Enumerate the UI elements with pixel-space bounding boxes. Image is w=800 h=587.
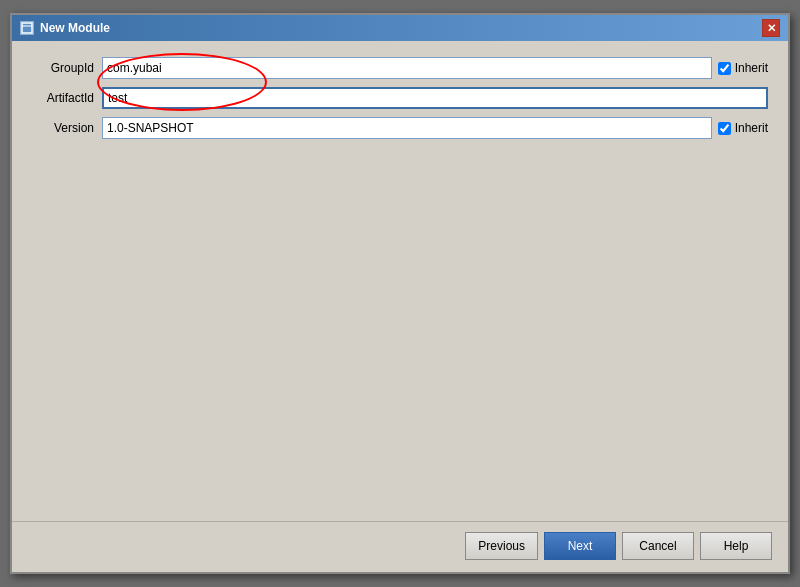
title-bar-left: New Module — [20, 21, 110, 35]
version-input[interactable] — [102, 117, 712, 139]
artifactid-row: ArtifactId — [32, 87, 768, 109]
version-inherit-container: Inherit — [718, 121, 768, 135]
cancel-button[interactable]: Cancel — [622, 532, 694, 560]
dialog-body: GroupId Inherit ArtifactId Version Inher… — [12, 41, 788, 521]
dialog-footer: Previous Next Cancel Help — [12, 521, 788, 572]
groupid-row: GroupId Inherit — [32, 57, 768, 79]
artifactid-input[interactable] — [102, 87, 768, 109]
version-inherit-checkbox[interactable] — [718, 122, 731, 135]
version-label: Version — [32, 121, 102, 135]
version-row: Version Inherit — [32, 117, 768, 139]
next-button[interactable]: Next — [544, 532, 616, 560]
artifactid-label: ArtifactId — [32, 91, 102, 105]
form-area: GroupId Inherit ArtifactId Version Inher… — [32, 57, 768, 139]
groupid-input[interactable] — [102, 57, 712, 79]
new-module-dialog: New Module ✕ GroupId Inherit ArtifactId — [10, 13, 790, 574]
dialog-title: New Module — [40, 21, 110, 35]
groupid-inherit-container: Inherit — [718, 61, 768, 75]
svg-rect-0 — [22, 23, 32, 33]
module-icon — [20, 21, 34, 35]
help-button[interactable]: Help — [700, 532, 772, 560]
close-button[interactable]: ✕ — [762, 19, 780, 37]
groupid-inherit-checkbox[interactable] — [718, 62, 731, 75]
groupid-inherit-label: Inherit — [735, 61, 768, 75]
version-inherit-label: Inherit — [735, 121, 768, 135]
groupid-label: GroupId — [32, 61, 102, 75]
title-bar: New Module ✕ — [12, 15, 788, 41]
previous-button[interactable]: Previous — [465, 532, 538, 560]
